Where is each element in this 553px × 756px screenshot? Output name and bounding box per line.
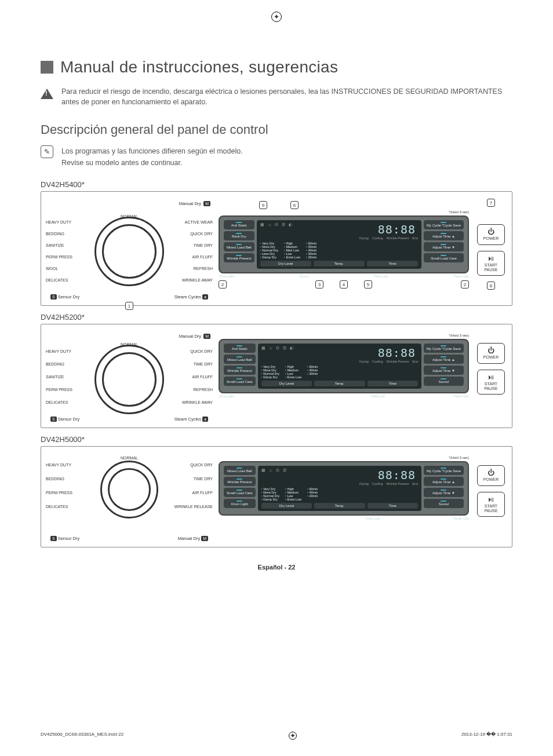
m3-drum-light[interactable]: Drum Light bbox=[224, 499, 256, 508]
btn-mixed-load[interactable]: Mixed Load Bell bbox=[224, 242, 254, 251]
start-pause-m3[interactable]: ⏯STARTPAUSE bbox=[477, 492, 505, 517]
m3-tab-dry[interactable]: Dry Level bbox=[261, 503, 312, 509]
page-title: Manual de instrucciones, sugerencias bbox=[60, 58, 338, 76]
title-bullet-icon bbox=[41, 61, 53, 74]
foot-child: *Child Lock bbox=[373, 275, 388, 278]
dl3-heavy: HEAVY DUTY bbox=[46, 463, 71, 467]
dl-delicates: DELICATES bbox=[46, 278, 68, 282]
foot-sound: *Sound bbox=[299, 275, 308, 278]
m2-tab-dry[interactable]: Dry Level bbox=[261, 381, 312, 386]
callout-2a: 2 bbox=[219, 280, 227, 288]
lcd-display-m2: Anti Static Mixed Load Bell Wrinkle Prev… bbox=[219, 339, 469, 393]
dl2-bedding: BEDDING bbox=[46, 362, 64, 366]
dl-heavy-duty: HEAVY DUTY bbox=[46, 220, 71, 224]
m3-small-load[interactable]: Small Load Care bbox=[224, 488, 256, 497]
m3-sound[interactable]: Sound bbox=[424, 499, 464, 508]
steam-badge-icon: ⎈ bbox=[202, 294, 208, 300]
m2-wrinkle[interactable]: Wrinkle Prevent bbox=[224, 366, 256, 375]
tab-time[interactable]: Time bbox=[367, 261, 418, 266]
manual-badge-icon: M bbox=[201, 536, 208, 541]
power-button-m2[interactable]: ⏻POWER bbox=[477, 343, 505, 364]
dl2-refresh: REFRESH bbox=[194, 388, 213, 392]
dl2-airfluff: AIR FLUFF bbox=[192, 375, 213, 379]
steam-cycles-label: Steam Cycles bbox=[174, 294, 201, 300]
start-pause-button[interactable]: ⏯STARTPAUSE bbox=[477, 251, 505, 276]
dl2-quick: QUICK DRY bbox=[190, 349, 213, 353]
m2-anti-static[interactable]: Anti Static bbox=[224, 344, 256, 353]
cycle-dial[interactable] bbox=[94, 217, 164, 286]
callout-4: 4 bbox=[340, 280, 348, 288]
sensor-dry-m3: Sensor Dry bbox=[58, 536, 80, 541]
callout-1: 1 bbox=[125, 302, 133, 310]
dl-airfluff: AIR FLUFF bbox=[192, 255, 213, 259]
btn-adjust-up[interactable]: Adjust Time ▲ bbox=[424, 231, 464, 240]
btn-adjust-down[interactable]: Adjust Time ▼ bbox=[424, 242, 464, 251]
play-pause-icon: ⏯ bbox=[479, 496, 503, 503]
m3-wrinkle[interactable]: Wrinkle Prevent bbox=[224, 477, 256, 486]
hold-label-m3: *(Hold 3 sec) bbox=[219, 456, 469, 459]
m3-adj-down[interactable]: Adjust Time ▼ bbox=[424, 488, 464, 497]
warning-icon bbox=[41, 89, 53, 99]
dl2-wrinkle: WRINKLE AWAY bbox=[182, 400, 213, 404]
m2-mixed-load[interactable]: Mixed Load Bell bbox=[224, 355, 256, 364]
power-button-m3[interactable]: ⏻POWER bbox=[477, 465, 505, 486]
callout-9: 9 bbox=[259, 201, 267, 209]
power-icon: ⏻ bbox=[479, 469, 503, 477]
tab-temp[interactable]: Temp. bbox=[314, 261, 365, 266]
btn-rack-dry[interactable]: Rack Dry bbox=[224, 231, 254, 240]
dl-wrinkle: WRINKLE AWAY bbox=[182, 278, 213, 282]
m3-my-cycle[interactable]: My Cycle *Cycle Save bbox=[424, 466, 464, 475]
power-button[interactable]: ⏻POWER bbox=[477, 224, 505, 245]
sensor-badge-icon: S bbox=[50, 536, 57, 541]
m3-tab-time[interactable]: Time bbox=[368, 503, 418, 509]
st-drying: Drying bbox=[359, 236, 369, 240]
dial-top-m2: Manual Dry bbox=[179, 334, 201, 339]
m2-my-cycle[interactable]: My Cycle *Cycle Save bbox=[424, 344, 464, 353]
tab-dry-level[interactable]: Dry Level bbox=[260, 261, 311, 266]
dl3-perm: PERM PRESS bbox=[46, 491, 72, 495]
note-icon: ✎ bbox=[41, 145, 53, 158]
m2-tab-time[interactable]: Time bbox=[368, 381, 418, 386]
sensor-dry-badge-icon: S bbox=[50, 294, 57, 300]
callout-2b: 2 bbox=[461, 280, 469, 288]
btn-anti-static[interactable]: Anti Static bbox=[224, 220, 254, 229]
panel-diagram-m1: Manual Dry M HEAVY DUTY BEDDING SANITIZE… bbox=[41, 191, 512, 306]
m2-tab-temp[interactable]: Temp. bbox=[314, 381, 365, 386]
lcd-time-m3: 88:88 bbox=[286, 468, 418, 482]
callout-5: 5 bbox=[364, 280, 372, 288]
m3-mixed[interactable]: Mixed Load Bell bbox=[224, 466, 256, 475]
model-1-label: DV42H5400* bbox=[41, 180, 512, 189]
dl2-heavy: HEAVY DUTY bbox=[46, 349, 71, 353]
m2-small-load[interactable]: Small Load Care bbox=[224, 377, 256, 386]
play-pause-icon: ⏯ bbox=[479, 374, 503, 381]
m3-adj-up[interactable]: Adjust Time ▲ bbox=[424, 477, 464, 486]
callout-8: 8 bbox=[487, 282, 495, 290]
cycle-dial-m2[interactable] bbox=[94, 345, 164, 414]
dl3-bedding: BEDDING bbox=[46, 477, 64, 481]
dl2-delicates: DELICATES bbox=[46, 400, 68, 404]
registration-mark-icon bbox=[289, 732, 297, 740]
dl-sanitize: SANITIZE bbox=[46, 243, 64, 247]
m3-tab-temp[interactable]: Temp. bbox=[314, 503, 365, 509]
power-icon: ⏻ bbox=[479, 228, 503, 236]
dl-active: ACTIVE WEAR bbox=[185, 220, 213, 224]
dl3-delicates: DELICATES bbox=[46, 505, 68, 509]
cycle-dial-m3[interactable] bbox=[100, 461, 158, 518]
dl-quick: QUICK DRY bbox=[190, 232, 213, 236]
callout-3: 3 bbox=[315, 280, 323, 288]
registration-mark-icon bbox=[271, 12, 282, 22]
lcd-icons-m3: ▦♨⊟☰ bbox=[261, 468, 286, 481]
btn-wrinkle-prevent[interactable]: Wrinkle Prevent bbox=[224, 253, 254, 262]
btn-small-load[interactable]: Small Load Care bbox=[424, 253, 464, 262]
btn-my-cycle[interactable]: My Cycle *Cycle Save bbox=[424, 220, 464, 229]
m2-sound[interactable]: Sound bbox=[424, 377, 464, 386]
tm-20: 20min bbox=[306, 255, 316, 259]
foot-smart: *Smart Care bbox=[453, 275, 469, 278]
m2-adj-up[interactable]: Adjust Time ▲ bbox=[424, 355, 464, 364]
manual-dry-badge-icon: M bbox=[203, 334, 210, 339]
print-time: 2013-12-19 �� 1:07:31 bbox=[461, 732, 512, 740]
start-pause-m2[interactable]: ⏯STARTPAUSE bbox=[477, 370, 505, 395]
steam-badge-icon: ⎈ bbox=[202, 417, 208, 422]
dl3-timedry: TIME DRY bbox=[194, 477, 213, 481]
m2-adj-down[interactable]: Adjust Time ▼ bbox=[424, 366, 464, 375]
